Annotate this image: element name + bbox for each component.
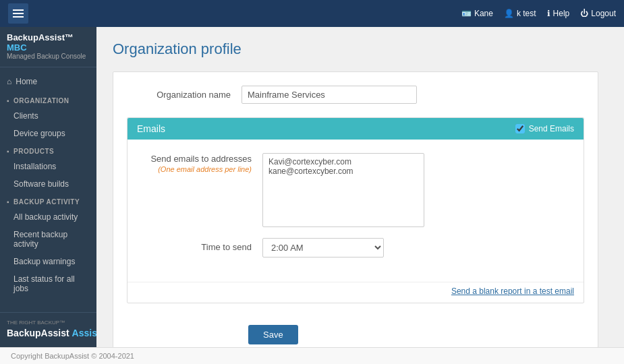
send-emails-checkbox[interactable] — [515, 124, 525, 133]
top-nav-right: 🪪 Kane 👤 k test ℹ Help ⏻ Logout — [461, 9, 616, 18]
sidebar-section-organization: ▪ ORGANIZATION — [0, 92, 96, 107]
sidebar-section-backup-activity: ▪ BACKUP ACTIVITY — [0, 193, 96, 208]
main-layout: BackupAssist™ MBC Managed Backup Console… — [0, 27, 624, 347]
help-icon: ℹ — [547, 9, 550, 18]
email-addresses-textarea[interactable]: Kavi@cortexcyber.com kane@cortexcyber.co… — [262, 153, 424, 227]
org-section-icon: ▪ — [7, 97, 9, 104]
sidebar-item-device-groups[interactable]: Device groups — [0, 125, 96, 142]
save-row: Save — [113, 314, 598, 347]
sidebar-item-backup-warnings[interactable]: Backup warnings — [0, 253, 96, 270]
sidebar-item-recent-backup[interactable]: Recent backup activity — [0, 226, 96, 253]
nav-kane-user[interactable]: 🪪 Kane — [461, 9, 493, 18]
sidebar: BackupAssist™ MBC Managed Backup Console… — [0, 27, 96, 347]
emails-section-title: Emails — [137, 123, 165, 134]
time-to-send-select[interactable]: 12:00 AM 1:00 AM 2:00 AM 3:00 AM 4:00 AM… — [262, 238, 384, 257]
blank-report-row: Send a blank report in a test email — [127, 282, 584, 303]
save-button[interactable]: Save — [248, 325, 298, 344]
org-profile-card: Organization name Emails Send Emails Sen… — [113, 71, 598, 347]
footer-bar: Copyright BackupAssist © 2004-2021 — [0, 347, 624, 364]
emails-body: Send emails to addresses (One email addr… — [127, 140, 584, 279]
sidebar-footer: THE RIGHT BACKUP™ BackupAssistAssist ✈ — [0, 312, 96, 347]
send-to-row: Send emails to addresses (One email addr… — [141, 153, 570, 227]
user-icon: 👤 — [504, 9, 514, 18]
sidebar-item-all-backup[interactable]: All backup activity — [0, 208, 96, 226]
time-to-send-row: Time to send 12:00 AM 1:00 AM 2:00 AM 3:… — [141, 238, 570, 257]
products-section-icon: ▪ — [7, 148, 9, 155]
logout-icon: ⏻ — [580, 9, 588, 18]
nav-ktest-user[interactable]: 👤 k test — [504, 9, 536, 18]
top-nav: 🪪 Kane 👤 k test ℹ Help ⏻ Logout — [0, 0, 624, 27]
nav-help[interactable]: ℹ Help — [547, 9, 570, 18]
send-to-label-group: Send emails to addresses (One email addr… — [141, 153, 262, 173]
sidebar-nav: ⌂ Home ▪ ORGANIZATION Clients Device gro… — [0, 67, 96, 312]
sidebar-item-home[interactable]: ⌂ Home — [0, 71, 96, 92]
home-icon: ⌂ — [7, 77, 11, 86]
top-nav-left — [8, 3, 28, 24]
sidebar-section-products: ▪ PRODUCTS — [0, 142, 96, 158]
blank-report-link[interactable]: Send a blank report in a test email — [451, 286, 574, 296]
sidebar-item-software-builds[interactable]: Software builds — [0, 175, 96, 193]
content-area: Organization profile Organization name E… — [96, 27, 624, 347]
time-label-group: Time to send — [141, 241, 262, 253]
backup-section-icon: ▪ — [7, 198, 9, 206]
org-name-row: Organization name — [113, 72, 598, 117]
emails-header: Emails Send Emails — [127, 118, 584, 140]
org-name-input[interactable] — [242, 86, 417, 104]
send-emails-toggle-label[interactable]: Send Emails — [515, 124, 574, 133]
hamburger-icon — [13, 9, 24, 18]
card-icon: 🪪 — [461, 9, 472, 18]
nav-logout[interactable]: ⏻ Logout — [580, 9, 616, 18]
sidebar-logo: BackupAssist™ MBC Managed Backup Console — [0, 27, 96, 67]
emails-section: Emails Send Emails Send emails to addres… — [127, 117, 584, 303]
hamburger-button[interactable] — [8, 3, 28, 24]
page-title: Organization profile — [113, 40, 608, 58]
sidebar-item-last-status[interactable]: Last status for all jobs — [0, 270, 96, 297]
sidebar-item-clients[interactable]: Clients — [0, 107, 96, 125]
brand-title: BackupAssist™ MBC — [7, 32, 90, 53]
org-name-label: Organization name — [134, 90, 242, 100]
sidebar-item-installations[interactable]: Installations — [0, 158, 96, 175]
